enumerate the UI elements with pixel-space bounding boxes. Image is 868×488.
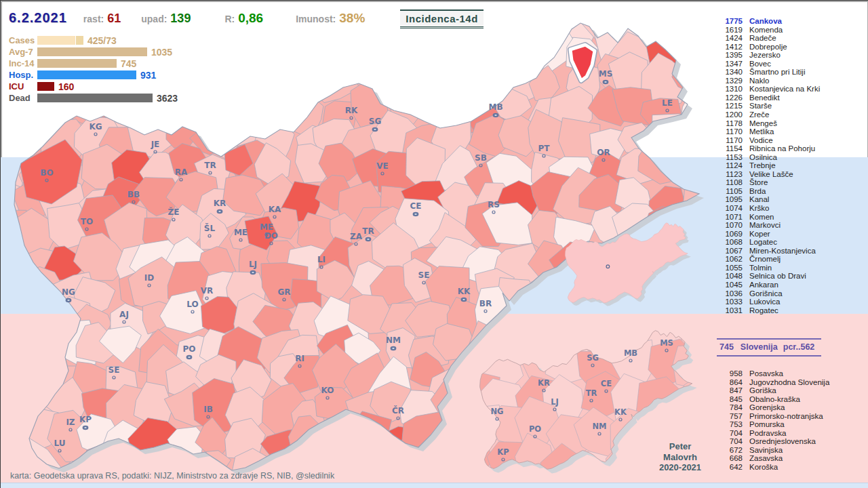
map-label-ve: VE (376, 161, 388, 171)
map-label-ce: CE (601, 379, 612, 388)
map-label-tr: TR (586, 388, 597, 398)
list-item-name: Metlika (749, 127, 774, 136)
list-item-value: 1226 (710, 94, 743, 102)
list-item-value: 1395 (710, 51, 743, 60)
map-label-id: ID (144, 273, 154, 283)
list-item-name: Zreče (749, 110, 769, 119)
list-item-value: 704 (710, 429, 743, 438)
list-item-value: 1178 (710, 119, 743, 128)
map-label-li: LI (317, 255, 326, 264)
bar-value: 160 (58, 81, 74, 92)
signature-line: Malovrh (663, 452, 697, 462)
list-item-value: 1070 (710, 221, 743, 230)
city-marker-center (84, 427, 86, 428)
bar-row-avg7: Avg-71035 (9, 46, 178, 58)
map-label-že: ŽE (168, 207, 180, 217)
list-item: 1105Brda (710, 187, 863, 196)
list-item-name: Obalno-kraška (749, 395, 800, 404)
map-label-ms: MS (660, 338, 673, 348)
list-item: 1045Ankaran (710, 281, 863, 289)
map-label-aj: AJ (119, 310, 129, 319)
map-label-kk: KK (614, 407, 627, 417)
list-item-name: Črnomelj (749, 255, 781, 264)
list-item-name: Radeče (749, 34, 776, 43)
city-marker-center (367, 239, 369, 240)
bar-row-hosp: Hosp.931 (9, 69, 178, 81)
list-item: 1071Komen (710, 213, 863, 222)
map-label-sb: SB (475, 153, 487, 163)
list-item: 753Pomurska (710, 420, 863, 429)
list-item: 1055Tolmin (710, 264, 863, 272)
map-label-ng: NG (490, 407, 503, 416)
list-item-name: Ribnica na Pohorju (749, 144, 815, 153)
list-item-name: Starše (749, 102, 772, 110)
list-item-name: Goriška (749, 386, 776, 395)
list-item-value: 1108 (710, 178, 743, 187)
map-label-ri: RI (295, 354, 304, 363)
list-item: 704Podravska (710, 429, 863, 438)
map-label-bb: BB (127, 190, 140, 199)
list-item-value: 672 (710, 446, 743, 455)
list-item-value: 1329 (710, 77, 743, 85)
bar-row-dead: Dead3623 (9, 92, 178, 104)
covid-dashboard: KGJEBORATRRKSGMSLEBBŽETOKRŠLMEMEDOKAVECE… (0, 0, 868, 488)
bar-row-inc14: Inc-14745 (9, 58, 178, 69)
summary-value: 745 (719, 342, 734, 352)
bar-segment (37, 94, 153, 102)
imunost-label: Imunost: (296, 14, 336, 24)
map-label-kp: KP (497, 447, 509, 457)
bar-label: Dead (9, 93, 37, 103)
list-item-name: Osrednjeslovenska (749, 437, 816, 446)
list-item-value: 1071 (710, 213, 743, 222)
map-label-za: ZA (350, 232, 363, 241)
bar-row-icu: ICU160 (9, 81, 178, 92)
list-item-name: Vodice (749, 136, 773, 145)
list-item: 1062Črnomelj (710, 255, 863, 264)
map-label-sg: SG (587, 353, 599, 363)
list-item-value: 1069 (710, 230, 743, 239)
list-item-name: Pomurska (749, 420, 785, 429)
bar-label: Cases (9, 35, 37, 45)
map-label-lj: LJ (249, 260, 257, 269)
summary-name: Slovenija (741, 342, 778, 352)
map-label-bo: BO (40, 168, 53, 178)
map-label-čr: ČR (392, 405, 404, 415)
list-item: 1775Cankova (710, 17, 863, 26)
list-item-value: 1154 (710, 144, 743, 153)
list-item-value: 845 (710, 395, 743, 404)
upad-label: upad: (141, 14, 167, 24)
map-label-ms: MS (599, 69, 613, 79)
list-item-name: Mengeš (749, 119, 777, 128)
city-marker-center (494, 115, 496, 116)
list-item: 1048Selnica ob Dravi (710, 272, 863, 281)
map-label-tr: TR (204, 161, 216, 170)
list-item-name: Komen (749, 213, 774, 222)
map-label-lu: LU (54, 439, 66, 448)
list-item: 1170Metlika (710, 127, 863, 136)
list-item: 1095Kanal (710, 195, 863, 204)
map-label-mb: MB (488, 102, 502, 112)
author-signature: Peter Malovrh 2020-2021 (646, 441, 714, 473)
list-item-name: Selnica ob Dravi (749, 272, 806, 281)
list-item-value: 1340 (710, 68, 743, 77)
imunost-value: 38% (339, 11, 365, 26)
list-item-value: 1775 (710, 17, 743, 26)
list-item-name: Šmartno pri Litiji (749, 68, 805, 77)
upad-value: 139 (170, 12, 191, 26)
list-item-name: Savinjska (749, 446, 783, 455)
signature-line: Peter (669, 441, 692, 451)
list-item-name: Posavska (749, 369, 783, 378)
list-item: 1347Bovec (710, 60, 863, 68)
r-value: 0,86 (238, 11, 263, 26)
list-item-name: Jugovzhodna Slovenija (749, 378, 829, 387)
list-item: 1395Jezersko (710, 51, 863, 60)
map-label-tr: TR (362, 226, 374, 236)
list-item-value: 1033 (710, 298, 743, 306)
map-label-po: PO (529, 424, 541, 434)
list-item-value: 1036 (710, 289, 743, 298)
map-label-lo: LO (186, 300, 198, 309)
list-item-name: Cankova (749, 17, 782, 26)
incidence-mode-button[interactable]: Incidenca-14d (400, 9, 484, 28)
list-item-name: Zasavska (749, 454, 783, 463)
city-marker-center (604, 81, 606, 83)
